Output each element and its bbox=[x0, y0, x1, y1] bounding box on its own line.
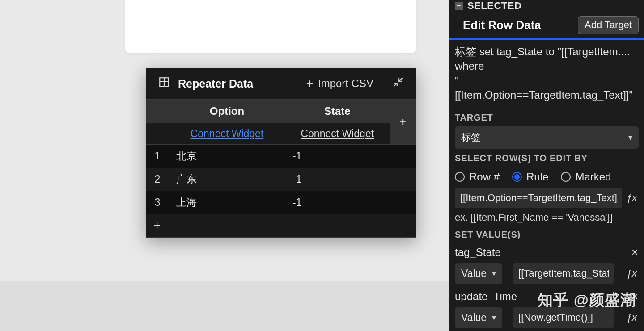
repeater-title-text: Repeater Data bbox=[178, 77, 253, 90]
repeater-table: Option State + Connect Widget Connect Wi… bbox=[146, 99, 416, 238]
value-mode-label: Value bbox=[461, 312, 487, 324]
set-value-field: update_Time ✕ bbox=[455, 288, 639, 306]
divider bbox=[449, 38, 644, 40]
desc-line: where bbox=[455, 60, 484, 72]
radio-group: Row # Rule Marked bbox=[455, 167, 639, 188]
column-header-state[interactable]: State bbox=[285, 100, 390, 123]
cell-state[interactable]: -1 bbox=[285, 145, 390, 168]
add-target-button[interactable]: Add Target bbox=[578, 16, 639, 34]
fx-icon[interactable]: ƒx bbox=[625, 312, 639, 323]
repeater-data-panel: Repeater Data + Import CSV Option State … bbox=[146, 68, 416, 238]
row-num-header bbox=[146, 100, 169, 123]
cell-option[interactable]: 北京 bbox=[169, 145, 285, 168]
radio-rule[interactable]: Rule bbox=[512, 171, 548, 183]
section-title: SELECTED bbox=[467, 0, 521, 12]
fx-icon[interactable]: ƒx bbox=[625, 192, 639, 204]
action-description[interactable]: 标签 set tag_State to "[[TargetItem.... wh… bbox=[455, 44, 639, 108]
canvas-card bbox=[125, 0, 416, 53]
radio-label: Marked bbox=[575, 171, 611, 183]
connect-widget-state-link[interactable]: Connect Widget bbox=[301, 128, 374, 139]
field-name: update_Time bbox=[455, 290, 517, 303]
connect-widget-state[interactable]: Connect Widget bbox=[285, 123, 390, 145]
cell-state[interactable]: -1 bbox=[285, 191, 390, 214]
inspector-panel: − SELECTED Edit Row Data Add Target 标签 s… bbox=[449, 0, 644, 331]
minus-icon[interactable]: − bbox=[455, 2, 463, 10]
footer-spacer bbox=[390, 214, 416, 238]
plus-icon: + bbox=[306, 77, 314, 90]
rule-hint: ex. [[Item.First_Name == 'Vanessa']] bbox=[455, 208, 639, 225]
add-column-button[interactable]: + bbox=[390, 100, 416, 145]
collapse-icon[interactable] bbox=[392, 76, 404, 91]
cell-state[interactable]: -1 bbox=[285, 168, 390, 191]
row-number: 2 bbox=[146, 168, 169, 191]
radio-label: Row # bbox=[469, 171, 500, 183]
table-row[interactable]: 2 广东 -1 bbox=[146, 168, 416, 191]
desc-line: "[[Item.Option==TargetItem.tag_Text]]" bbox=[455, 75, 633, 101]
row-number: 3 bbox=[146, 191, 169, 214]
connect-widget-option-link[interactable]: Connect Widget bbox=[191, 128, 264, 139]
canvas-bottom-strip bbox=[0, 281, 449, 331]
value-input[interactable] bbox=[513, 307, 614, 328]
section-header: − SELECTED bbox=[455, 0, 639, 14]
import-csv-label: Import CSV bbox=[318, 77, 373, 90]
chevron-down-icon: ▾ bbox=[492, 268, 496, 278]
row-add-area bbox=[390, 191, 416, 214]
rule-input[interactable] bbox=[455, 188, 622, 208]
import-csv-button[interactable]: + Import CSV bbox=[306, 77, 373, 90]
radio-label: Rule bbox=[526, 171, 548, 183]
select-rows-label: SELECT ROW(S) TO EDIT BY bbox=[455, 149, 639, 167]
cell-option[interactable]: 广东 bbox=[169, 168, 285, 191]
repeater-header: Repeater Data + Import CSV bbox=[146, 68, 416, 99]
column-header-option[interactable]: Option bbox=[169, 100, 285, 123]
set-values-label: SET VALUE(S) bbox=[455, 225, 639, 243]
action-title: Edit Row Data bbox=[463, 18, 541, 32]
close-icon[interactable]: ✕ bbox=[631, 291, 639, 302]
table-row[interactable]: 1 北京 -1 bbox=[146, 145, 416, 168]
value-mode-select[interactable]: Value ▾ bbox=[455, 307, 502, 328]
target-label: TARGET bbox=[455, 108, 639, 126]
target-select[interactable]: 标签 ▾ bbox=[455, 126, 639, 149]
table-icon bbox=[158, 76, 170, 91]
value-mode-select[interactable]: Value ▾ bbox=[455, 263, 502, 284]
row-number: 1 bbox=[146, 145, 169, 168]
row-add-area bbox=[390, 168, 416, 191]
chevron-down-icon: ▾ bbox=[628, 133, 632, 142]
cell-option[interactable]: 上海 bbox=[169, 191, 285, 214]
desc-line: 标签 set tag_State to "[[TargetItem.... bbox=[455, 46, 630, 58]
field-name: tag_State bbox=[455, 246, 501, 259]
close-icon[interactable]: ✕ bbox=[631, 247, 639, 258]
row-num-spacer bbox=[146, 123, 169, 145]
chevron-down-icon: ▾ bbox=[492, 313, 496, 323]
table-row[interactable]: 3 上海 -1 bbox=[146, 191, 416, 214]
set-value-field: tag_State ✕ bbox=[455, 243, 639, 261]
value-input[interactable] bbox=[513, 263, 614, 284]
row-add-area bbox=[390, 145, 416, 168]
fx-icon[interactable]: ƒx bbox=[625, 268, 639, 279]
value-mode-label: Value bbox=[461, 268, 487, 280]
plus-icon: + bbox=[153, 218, 161, 232]
radio-marked[interactable]: Marked bbox=[561, 171, 611, 183]
add-row-button[interactable]: + bbox=[146, 214, 390, 238]
radio-row-number[interactable]: Row # bbox=[455, 171, 500, 183]
repeater-title: Repeater Data bbox=[158, 76, 253, 91]
target-value: 标签 bbox=[461, 131, 481, 144]
connect-widget-option[interactable]: Connect Widget bbox=[169, 123, 285, 145]
